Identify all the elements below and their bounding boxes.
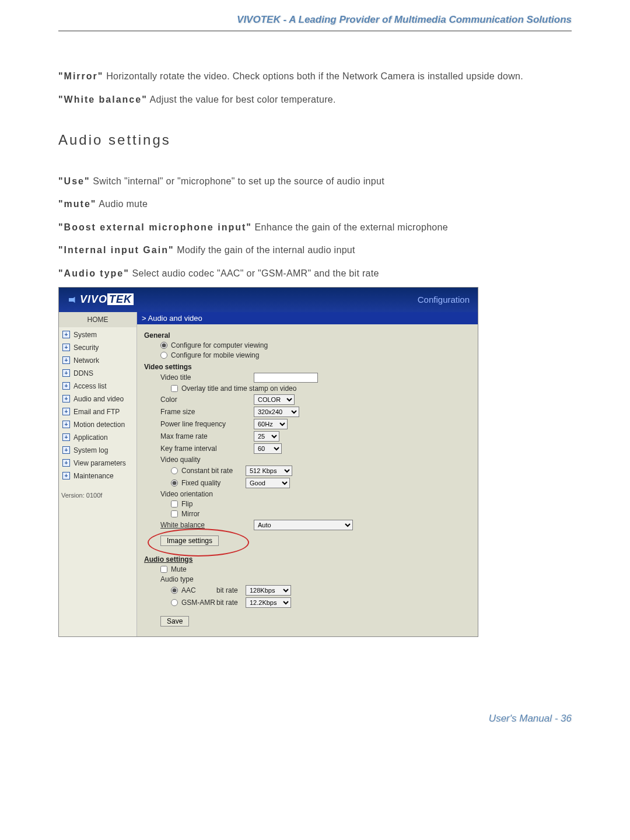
section-heading-audio: Audio settings (58, 125, 572, 155)
label-gsm-bitrate: bit rate (216, 598, 246, 607)
opt-mute-key: "mute" (58, 199, 96, 209)
opt-use-key: "Use" (58, 176, 90, 186)
sidebar-item-home[interactable]: HOME (59, 312, 136, 327)
sidebar-item-viewparams[interactable]: +View parameters (59, 457, 136, 470)
select-color[interactable]: COLOR (254, 394, 295, 405)
intro-wb: "White balance" Adjust the value for bes… (58, 90, 572, 110)
select-gsm-bitrate[interactable]: 12.2Kbps (246, 597, 291, 608)
label-mute: Mute (171, 565, 187, 573)
select-white-balance[interactable]: Auto (254, 520, 353, 530)
radio-fixed-quality[interactable] (171, 480, 178, 487)
expand-icon: + (62, 433, 70, 441)
label-aac: AAC (181, 586, 216, 594)
radio-conf-mobile[interactable] (160, 352, 167, 359)
checkbox-mirror[interactable] (171, 510, 178, 517)
sidebar-item-application[interactable]: +Application (59, 431, 136, 444)
radio-cbr[interactable] (171, 467, 178, 474)
intro-wb-key: "White balance" (58, 94, 148, 104)
opt-boost-key: "Boost external microphone input" (58, 222, 252, 232)
intro-wb-desc: Adjust the value for best color temperat… (148, 94, 336, 104)
opt-gain-desc: Modify the gain of the internal audio in… (174, 245, 355, 255)
input-video-title[interactable] (254, 373, 318, 383)
camera-icon (67, 295, 78, 305)
opt-mute: "mute" Audio mute (58, 194, 572, 214)
label-orientation: Video orientation (160, 490, 213, 498)
expand-icon: + (62, 369, 70, 377)
radio-aac[interactable] (171, 587, 178, 594)
label-video-quality: Video quality (160, 456, 201, 464)
select-fixed-quality[interactable]: Good (246, 478, 290, 488)
sidebar-item-security[interactable]: +Security (59, 341, 136, 354)
label-fixed-quality: Fixed quality (181, 479, 246, 487)
sidebar-item-network[interactable]: +Network (59, 354, 136, 367)
expand-icon: + (62, 344, 70, 351)
vivotek-logo: VIVOTEK (67, 293, 134, 306)
expand-icon: + (62, 395, 70, 402)
save-button[interactable]: Save (160, 616, 189, 626)
sidebar-item-audiovideo[interactable]: +Audio and video (59, 393, 136, 405)
sidebar-item-maintenance[interactable]: +Maintenance (59, 470, 136, 482)
sidebar-item-label: Security (74, 344, 99, 352)
select-plf[interactable]: 60Hz (254, 419, 288, 429)
expand-icon: + (62, 356, 70, 364)
sidebar-item-label: DDNS (74, 369, 93, 377)
intro-mirror: "Mirror" Horizontally rotate the video. … (58, 66, 572, 86)
intro-mirror-desc: Horizontally rotate the video. Check opt… (103, 71, 523, 81)
label-frame-size: Frame size (160, 408, 254, 416)
expand-icon: + (62, 331, 70, 338)
label-audio-type: Audio type (160, 575, 194, 583)
label-video-title: Video title (160, 373, 254, 382)
expand-icon: + (62, 408, 70, 415)
label-cbr: Constant bit rate (181, 467, 246, 475)
label-plf: Power line frequency (160, 420, 254, 428)
image-settings-button[interactable]: Image settings (160, 536, 219, 546)
sidebar-item-label: Audio and video (74, 395, 124, 403)
label-color: Color (160, 396, 254, 404)
label-mirror: Mirror (181, 510, 200, 518)
select-frame-size[interactable]: 320x240 (254, 407, 299, 417)
checkbox-flip[interactable] (171, 501, 178, 508)
label-flip: Flip (181, 500, 192, 508)
opt-boost: "Boost external microphone input" Enhanc… (58, 218, 572, 237)
opt-gain-key: "Internal input Gain" (58, 245, 174, 255)
sidebar-item-accesslist[interactable]: +Access list (59, 380, 136, 393)
sidebar-item-label: Network (74, 356, 99, 365)
sidebar-item-ddns[interactable]: +DDNS (59, 367, 136, 380)
sidebar-item-label: System log (74, 446, 108, 454)
sidebar-item-motion[interactable]: +Motion detection (59, 418, 136, 431)
checkbox-overlay[interactable] (171, 385, 178, 392)
expand-icon: + (62, 459, 70, 467)
checkbox-mute[interactable] (160, 566, 167, 573)
opt-gain: "Internal input Gain" Modify the gain of… (58, 240, 572, 260)
select-kfi[interactable]: 60 (254, 443, 282, 454)
sidebar-item-system[interactable]: +System (59, 328, 136, 341)
label-mfr: Max frame rate (160, 432, 254, 440)
config-screenshot: VIVOTEK Configuration HOME +System +Secu… (58, 287, 478, 637)
expand-icon: + (62, 472, 70, 480)
sidebar-item-emailftp[interactable]: +Email and FTP (59, 405, 136, 418)
opt-mute-desc: Audio mute (96, 199, 148, 209)
intro-mirror-key: "Mirror" (58, 71, 103, 81)
select-mfr[interactable]: 25 (254, 431, 279, 442)
select-aac-bitrate[interactable]: 128Kbps (246, 585, 291, 596)
sidebar-version: Version: 0100f (59, 482, 136, 503)
sidebar-item-label: System (74, 331, 97, 339)
link-white-balance[interactable]: White balance (160, 521, 254, 529)
opt-boost-desc: Enhance the gain of the external microph… (252, 222, 448, 232)
sidebar-item-label: View parameters (74, 459, 126, 467)
label-kfi: Key frame interval (160, 444, 254, 453)
logo-text-tek: TEK (107, 293, 134, 305)
sidebar-item-label: Access list (74, 382, 107, 390)
select-cbr[interactable]: 512 Kbps (246, 466, 292, 476)
sidebar-item-systemlog[interactable]: +System log (59, 444, 136, 457)
opt-use: "Use" Switch "internal" or "microphone" … (58, 172, 572, 191)
opt-use-desc: Switch "internal" or "microphone" to set… (90, 176, 384, 186)
radio-gsm[interactable] (171, 599, 178, 606)
expand-icon: + (62, 446, 70, 454)
radio-conf-computer[interactable] (160, 342, 167, 349)
sidebar-item-label: Application (74, 433, 108, 442)
expand-icon: + (62, 421, 70, 428)
opt-audiotype-desc: Select audio codec "AAC" or "GSM-AMR" an… (130, 268, 379, 278)
sidebar-item-label: Email and FTP (74, 408, 120, 416)
label-aac-bitrate: bit rate (216, 586, 246, 594)
